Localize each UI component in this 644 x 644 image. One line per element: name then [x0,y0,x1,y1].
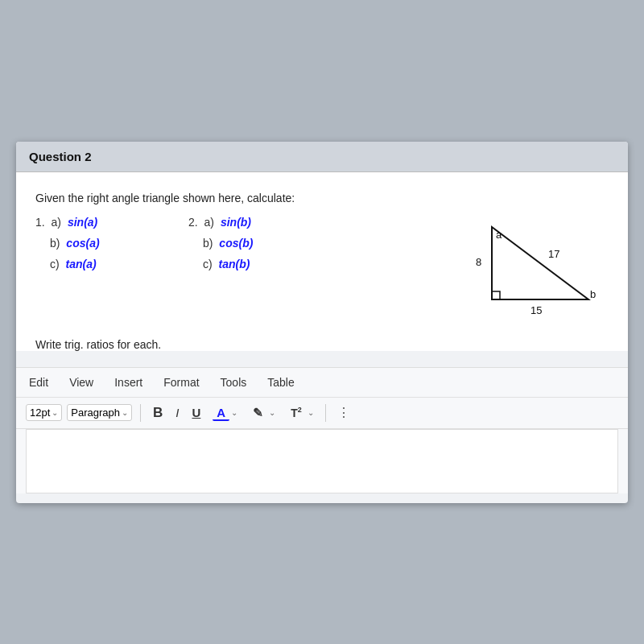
title-text: Question 2 [29,150,92,163]
formatting-bar: 12pt ⌄ Paragraph ⌄ B I U A ⌄ ✎ [16,398,628,429]
problem-row-c: c) tan(a) c) tan(b) [35,258,464,270]
italic-button[interactable]: I [171,404,183,421]
triangle-label-17: 17 [548,248,559,260]
problem-1-number: 1. [35,216,45,229]
problem-2-number: 2. [188,216,198,229]
question-intro: Given the right angle triangle shown her… [35,192,609,204]
problem-1c-value: tan(a) [66,258,97,270]
svg-marker-0 [492,227,588,299]
font-color-select[interactable]: A ⌄ [209,402,241,423]
divider-2 [325,404,326,422]
font-size-select[interactable]: 12pt ⌄ [26,404,62,421]
triangle-diagram: a 17 8 b 15 [464,216,609,324]
font-size-chevron: ⌄ [52,408,58,417]
highlight-chevron: ⌄ [269,408,275,417]
problem-2c-label: c) [203,258,213,270]
main-window: Question 2 Given the right angle triangl… [16,142,628,503]
more-options-button[interactable]: ⋮ [337,405,350,420]
menu-table[interactable]: Table [264,374,297,390]
highlight-button[interactable]: ✎ [249,404,267,422]
problems-left: 1. a) sin(a) 2. a) sin(b) b) cos(a) [35,216,464,279]
menu-bar: Edit View Insert Format Tools Table [16,368,628,398]
problem-1b-value: cos(a) [66,237,99,250]
problem-2b: b) cos(b) [188,237,293,250]
toolbar-area: Edit View Insert Format Tools Table 12pt… [16,367,628,493]
superscript-chevron: ⌄ [308,408,314,417]
paragraph-chevron: ⌄ [122,408,128,417]
content-area: Given the right angle triangle shown her… [16,172,628,351]
problems-area: 1. a) sin(a) 2. a) sin(b) b) cos(a) [35,216,609,324]
problem-2a-label: a) [204,216,214,229]
menu-insert[interactable]: Insert [111,374,146,390]
editor-area[interactable] [26,429,618,493]
problem-1b-label: b) [50,237,60,250]
problem-2a-value: sin(b) [221,216,251,229]
problem-1b: b) cos(a) [35,237,140,250]
problem-row-a: 1. a) sin(a) 2. a) sin(b) [35,216,464,229]
problem-1a-value: sin(a) [68,216,97,229]
font-color-chevron: ⌄ [231,408,237,417]
underline-button[interactable]: U [188,404,204,421]
problem-1a: 1. a) sin(a) [35,216,140,229]
problem-2c-value: tan(b) [219,258,250,270]
triangle-label-b: b [590,288,596,300]
menu-view[interactable]: View [66,374,97,390]
menu-tools[interactable]: Tools [217,374,250,390]
font-size-label: 12pt [30,407,50,419]
title-bar: Question 2 [16,142,628,172]
problem-row-b: b) cos(a) b) cos(b) [35,237,464,250]
write-ratios-text: Write trig. ratios for each. [35,338,609,351]
problem-1c: c) tan(a) [35,258,140,270]
triangle-label-a: a [496,229,502,241]
triangle-label-8: 8 [476,256,481,268]
superscript-button[interactable]: T2 [287,404,306,421]
paragraph-label: Paragraph [71,407,120,419]
superscript-select[interactable]: T2 ⌄ [283,402,317,423]
problem-2b-value: cos(b) [219,237,253,250]
problem-2c: c) tan(b) [188,258,293,270]
problem-2a: 2. a) sin(b) [188,216,293,229]
paragraph-select[interactable]: Paragraph ⌄ [67,404,132,421]
divider-1 [140,404,141,422]
menu-edit[interactable]: Edit [26,374,52,390]
font-color-button[interactable]: A [213,404,229,421]
problem-1c-label: c) [50,258,60,270]
svg-rect-1 [492,291,500,299]
problem-2b-label: b) [203,237,213,250]
problem-1a-label: a) [52,216,61,229]
triangle-svg: a 17 8 b 15 [468,219,605,324]
highlight-select[interactable]: ✎ ⌄ [246,402,279,423]
triangle-label-15: 15 [530,304,542,316]
bold-button[interactable]: B [149,403,167,423]
menu-format[interactable]: Format [160,374,202,390]
